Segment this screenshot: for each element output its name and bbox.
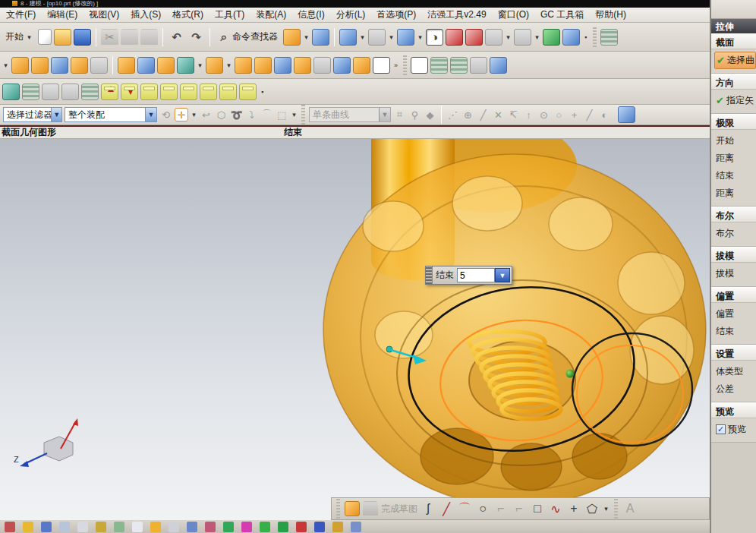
edge-blend-icon[interactable] <box>294 57 311 74</box>
move-to-layer-icon[interactable] <box>101 84 118 100</box>
feature-overflow-left-icon[interactable]: ▾ <box>2 62 9 69</box>
menu-insert[interactable]: 插入(S) <box>131 8 161 21</box>
true-shading-icon[interactable] <box>543 29 560 46</box>
layer-sheet-3-icon[interactable] <box>180 84 197 100</box>
shortcut-icon-12[interactable] <box>205 522 216 532</box>
revolve-icon[interactable] <box>31 57 49 74</box>
draft-row[interactable]: 拔模 <box>714 265 756 282</box>
shortcut-icon-13[interactable] <box>223 522 234 532</box>
clear-selection-icon[interactable]: ⟲ <box>159 109 172 121</box>
display-dropdown-icon[interactable]: ▾ <box>388 33 395 41</box>
arc-tool-icon[interactable]: ⌒ <box>457 501 472 517</box>
start-dropdown-icon[interactable]: ▾ <box>26 33 33 41</box>
line-tool-icon[interactable]: ╱ <box>439 502 454 516</box>
export-part-icon[interactable] <box>490 57 507 74</box>
view-in-layer-icon[interactable] <box>450 57 468 74</box>
boolean-row[interactable]: 布尔 <box>714 225 756 242</box>
shortcut-icon-9[interactable] <box>150 522 161 532</box>
body-type-row[interactable]: 体类型 <box>714 363 756 380</box>
layer-category-icon[interactable] <box>22 84 39 100</box>
shortcut-icon-17[interactable] <box>296 522 307 532</box>
select-tangent-icon[interactable]: ⤵ <box>245 109 258 121</box>
thread-icon[interactable] <box>353 57 370 74</box>
offset-end-row[interactable]: 结束 <box>714 323 756 340</box>
layer-copies-icon[interactable] <box>81 84 99 100</box>
end-distance-field[interactable] <box>457 268 495 282</box>
open-file-icon[interactable] <box>54 29 71 46</box>
render-style-dropdown-icon[interactable]: ▾ <box>505 33 512 41</box>
window-dropdown-icon[interactable]: ▾ <box>359 33 366 41</box>
roles-library-icon[interactable] <box>283 29 301 46</box>
circle-tool-icon[interactable]: ○ <box>475 502 490 516</box>
subtract-dropdown-icon[interactable]: ▾ <box>225 62 232 69</box>
shortcut-icon-18[interactable] <box>314 522 325 532</box>
toolbar-grip[interactable] <box>301 105 305 125</box>
snap-point-icon[interactable]: ✛ <box>175 108 188 121</box>
preview-group-header[interactable]: 预览 <box>711 402 756 418</box>
snap-to-solid-icon[interactable] <box>618 106 635 123</box>
limits-end-distance-row[interactable]: 距离 <box>714 184 756 202</box>
background-icon[interactable] <box>514 29 531 46</box>
limits-start-row[interactable]: 开始 <box>714 132 756 150</box>
work-layer-icon[interactable] <box>2 84 20 100</box>
offset-handle-dot[interactable] <box>566 370 575 378</box>
select-solid-icon[interactable]: ⬡ <box>215 109 228 121</box>
section-group-header[interactable]: 截面 <box>711 33 756 49</box>
toolbar-grip[interactable] <box>336 499 340 519</box>
menu-window[interactable]: 窗口(O) <box>498 8 529 21</box>
annotation-note-icon[interactable] <box>470 57 487 74</box>
draft-icon[interactable] <box>333 57 351 74</box>
assembly-scope-dropdown-icon[interactable]: ▼ <box>145 108 156 121</box>
layer-toolbar-more-icon[interactable]: ▪ <box>259 88 266 96</box>
selection-filter-dropdown-icon[interactable]: ▼ <box>51 108 61 121</box>
graphics-viewport[interactable]: Z 结束 ▼ 完成草图 ʃ ╱ ⌒ ○ ⌐ ⌐ <box>0 139 710 520</box>
shortcut-icon-15[interactable] <box>260 522 270 532</box>
fillet-tool-icon[interactable]: ⌐ <box>493 502 509 516</box>
rectangle-select-dropdown-icon[interactable]: ▾ <box>291 111 298 118</box>
copy-to-layer-icon[interactable] <box>121 84 138 100</box>
layer-sheet-1-icon[interactable] <box>140 84 158 100</box>
tolerance-row[interactable]: 公差 <box>714 380 756 398</box>
limits-start-distance-row[interactable]: 距离 <box>714 150 756 167</box>
menu-file[interactable]: 文件(F) <box>6 8 36 21</box>
preview-row[interactable]: ✓ 预览 <box>714 421 756 438</box>
shortcut-icon-2[interactable] <box>23 522 33 532</box>
assembly-navigator-icon[interactable] <box>600 29 618 46</box>
visual-effects-icon[interactable] <box>562 29 580 46</box>
snap-point-dropdown-icon[interactable]: ▾ <box>191 111 197 118</box>
shortcut-icon-8[interactable] <box>132 522 143 532</box>
part-info-icon[interactable] <box>312 29 329 46</box>
new-file-icon[interactable] <box>38 29 52 45</box>
menu-gc-toolbox[interactable]: GC 工具箱 <box>540 8 584 21</box>
specify-vector-row[interactable]: ✔ 指定矢 <box>714 92 756 109</box>
feature-overflow-icon[interactable]: » <box>392 62 399 69</box>
shortcut-icon-7[interactable] <box>114 522 124 532</box>
menu-help[interactable]: 帮助(H) <box>595 8 626 21</box>
window-display-icon[interactable] <box>339 29 357 46</box>
boolean-unite-icon[interactable] <box>177 57 194 74</box>
select-curve-chain-icon[interactable]: ➰ <box>230 109 243 121</box>
static-wireframe-icon[interactable] <box>485 29 502 46</box>
background-dropdown-icon[interactable]: ▾ <box>534 33 540 41</box>
shortcut-icon-10[interactable] <box>169 522 179 532</box>
menu-tools[interactable]: 工具(T) <box>215 8 244 21</box>
end-distance-spinner-icon[interactable]: ▼ <box>495 268 510 282</box>
orient-view-dropdown-icon[interactable]: ▾ <box>417 33 424 41</box>
edit-object-display-icon[interactable] <box>411 57 428 74</box>
sketch-in-task-icon[interactable] <box>345 501 360 516</box>
menu-information[interactable]: 信息(I) <box>298 8 324 21</box>
menu-assemblies[interactable]: 装配(A) <box>256 8 286 21</box>
menu-analysis[interactable]: 分析(L) <box>336 8 366 21</box>
chamfer-icon[interactable] <box>313 57 331 74</box>
layer-state-icon[interactable] <box>61 84 79 100</box>
profile-tool-icon[interactable]: ʃ <box>421 502 436 516</box>
toolbar-grip[interactable] <box>593 27 597 47</box>
shortcut-icon-16[interactable] <box>278 522 288 532</box>
lasso-select-icon[interactable]: ⌒ <box>260 108 273 121</box>
pattern-feature-icon[interactable] <box>118 57 135 74</box>
extrude-dialog-title[interactable]: 拉伸 <box>711 19 756 33</box>
redo-icon[interactable]: ↷ <box>187 29 205 46</box>
rectangle-tool-icon[interactable]: □ <box>530 502 545 516</box>
offset-row[interactable]: 偏置 <box>714 305 756 323</box>
direction-group-header[interactable]: 方向 <box>711 74 756 90</box>
